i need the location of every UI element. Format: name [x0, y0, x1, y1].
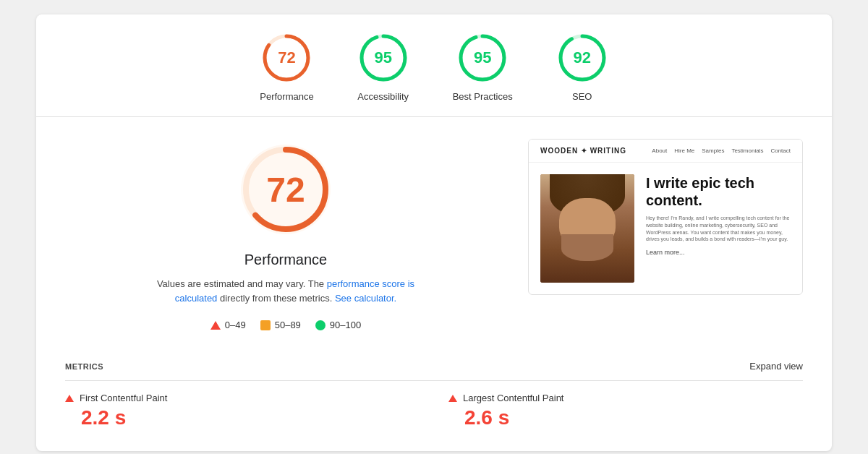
- preview-body-text: Hey there! I'm Randy, and I write compel…: [646, 215, 791, 243]
- legend: 0–49 50–89 90–100: [210, 320, 361, 330]
- legend-low-range: 0–49: [225, 320, 246, 330]
- right-panel: WOODEN ✦ WRITING About Hire Me Samples T…: [528, 139, 803, 330]
- score-circle-accessibility: 95: [357, 32, 409, 84]
- perf-desc-mid: directly from these metrics.: [217, 293, 335, 304]
- nav-link-contact: Contact: [770, 147, 791, 154]
- scores-section: 72 Performance 95 Accessibility 95: [36, 14, 832, 117]
- score-item-accessibility: 95 Accessibility: [357, 32, 409, 102]
- metric-lcp-label-row: Largest Contentful Paint: [448, 393, 803, 403]
- legend-high-range: 90–100: [330, 320, 361, 330]
- preview-headline: I write epic tech content.: [646, 174, 791, 209]
- legend-medium-range: 50–89: [275, 320, 301, 330]
- perf-description: Values are estimated and may vary. The p…: [141, 277, 430, 305]
- score-value-performance: 72: [278, 48, 295, 67]
- metrics-section: METRICS Expand view First Contentful Pai…: [36, 352, 832, 451]
- perf-desc-text: Values are estimated and may vary. The: [157, 278, 327, 289]
- legend-medium: 50–89: [260, 320, 301, 330]
- metrics-header: METRICS Expand view: [65, 352, 803, 381]
- nav-link-testimonials: Testimonials: [731, 147, 763, 154]
- score-item-seo: 92 SEO: [556, 32, 608, 102]
- metric-lcp-value: 2.6 s: [448, 406, 803, 429]
- main-card: 72 Performance 95 Accessibility 95: [36, 14, 832, 451]
- legend-triangle-icon: [210, 321, 221, 330]
- perf-title: Performance: [244, 252, 328, 268]
- metric-lcp-label: Largest Contentful Paint: [463, 393, 563, 403]
- preview-body: I write epic tech content. Hey there! I'…: [529, 163, 802, 294]
- metrics-title: METRICS: [65, 362, 103, 371]
- score-label-accessibility: Accessibility: [357, 91, 409, 102]
- score-label-best-practices: Best Practices: [453, 91, 513, 102]
- calculator-link[interactable]: See calculator.: [335, 293, 396, 304]
- big-score-circle: 72: [235, 139, 336, 240]
- score-value-best-practices: 95: [474, 48, 491, 67]
- preview-nav-links: About Hire Me Samples Testimonials Conta…: [652, 147, 791, 154]
- score-item-best-practices: 95 Best Practices: [453, 32, 513, 102]
- metric-fcp-label-row: First Contentful Paint: [65, 393, 420, 403]
- metric-fcp-label: First Contentful Paint: [80, 393, 167, 403]
- nav-link-samples: Samples: [702, 147, 724, 154]
- website-preview: WOODEN ✦ WRITING About Hire Me Samples T…: [528, 139, 803, 295]
- score-label-seo: SEO: [572, 91, 592, 102]
- metric-fcp: First Contentful Paint 2.2 s: [65, 393, 420, 429]
- big-score-value: 72: [266, 170, 305, 210]
- legend-square-icon: [260, 320, 271, 330]
- score-circle-seo: 92: [556, 32, 608, 84]
- score-circle-performance: 72: [260, 32, 312, 84]
- score-circle-best-practices: 95: [456, 32, 509, 84]
- score-label-performance: Performance: [260, 91, 313, 102]
- legend-low: 0–49: [210, 320, 246, 330]
- preview-logo: WOODEN ✦ WRITING: [540, 147, 626, 155]
- metric-lcp: Largest Contentful Paint 2.6 s: [448, 393, 803, 429]
- metric-fcp-triangle-icon: [65, 395, 74, 402]
- preview-text-content: I write epic tech content. Hey there! I'…: [646, 174, 791, 256]
- score-value-seo: 92: [574, 48, 591, 67]
- metric-lcp-triangle-icon: [448, 395, 457, 402]
- score-item-performance: 72 Performance: [260, 32, 313, 102]
- legend-high: 90–100: [315, 320, 361, 330]
- expand-view-button[interactable]: Expand view: [749, 361, 803, 372]
- preview-nav: WOODEN ✦ WRITING About Hire Me Samples T…: [529, 140, 802, 163]
- legend-circle-icon: [315, 320, 326, 330]
- nav-link-hire: Hire Me: [674, 147, 694, 154]
- preview-image: [540, 174, 634, 283]
- score-value-accessibility: 95: [374, 48, 391, 67]
- left-panel: 72 Performance Values are estimated and …: [65, 139, 506, 330]
- metric-fcp-value: 2.2 s: [65, 406, 420, 429]
- nav-link-about: About: [652, 147, 667, 154]
- preview-learn-more: Learn more...: [646, 249, 791, 256]
- metrics-grid: First Contentful Paint 2.2 s Largest Con…: [65, 393, 803, 429]
- main-content: 72 Performance Values are estimated and …: [36, 117, 832, 352]
